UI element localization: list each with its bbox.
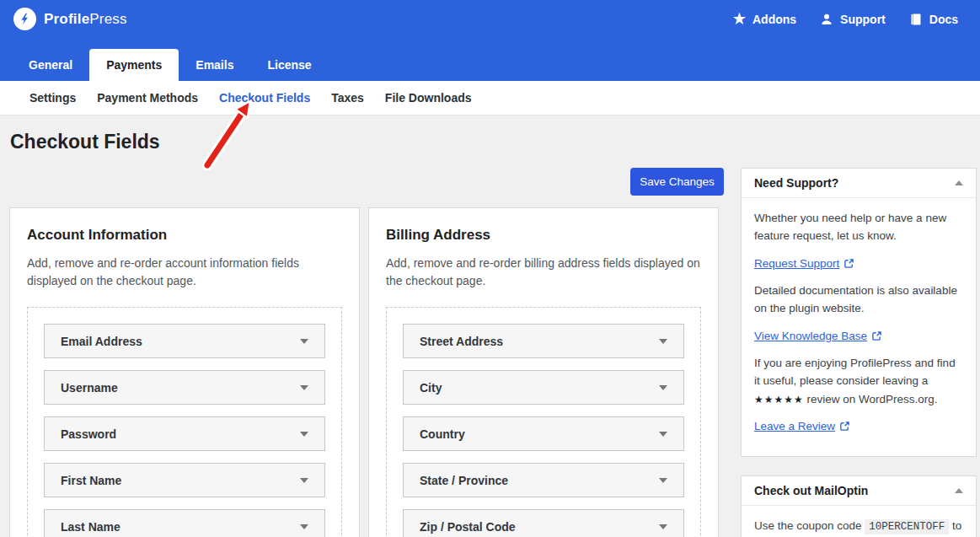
coupon-code: 10PERCENTOFF [865,519,949,534]
billing-card-description: Add, remove and re-order billing address… [386,255,701,290]
main-tabs: General Payments Emails License [0,38,980,81]
field-label: Username [61,381,118,395]
field-label: Street Address [420,335,503,348]
external-link-icon [839,421,850,432]
chevron-down-icon [659,339,667,344]
tab-emails[interactable]: Emails [179,49,250,81]
account-card-description: Add, remove and re-order account informa… [27,255,342,290]
billing-address-card: Billing Address Add, remove and re-order… [368,207,719,537]
field-zip-postal-code[interactable]: Zip / Postal Code [403,509,684,537]
view-knowledge-base-link[interactable]: View Knowledge Base [754,327,882,345]
chevron-down-icon [300,478,308,483]
external-link-icon [843,258,854,269]
field-street-address[interactable]: Street Address [403,324,684,358]
link-label: Leave a Review [754,417,835,435]
right-sidebar: Need Support? Whether you need help or h… [741,168,977,537]
field-label: First Name [61,474,121,487]
brand: ProfilePress [13,8,127,30]
person-icon [820,13,833,26]
star-icon: ★ [733,12,746,26]
support-link[interactable]: Support [820,13,886,26]
docs-label: Docs [929,13,958,26]
review-text-pre: If you are enjoying ProfilePress and fin… [754,357,956,387]
account-fields-list: Email Address Username Password First Na… [27,307,342,537]
request-support-link[interactable]: Request Support [754,255,854,272]
link-label: View Knowledge Base [754,327,867,345]
mailoptin-panel-body: Use the coupon code 10PERCENTOFF to save… [742,506,976,537]
chevron-down-icon [659,478,667,483]
external-link-icon [871,330,882,341]
subnav-settings[interactable]: Settings [29,91,76,105]
addons-label: Addons [752,13,796,26]
chevron-down-icon [300,524,308,529]
field-country[interactable]: Country [403,416,684,451]
collapse-toggle-icon[interactable] [955,180,963,185]
support-label: Support [840,13,886,26]
billing-fields-list: Street Address City Country State / Prov… [386,307,701,537]
top-nav: ★ Addons Support Docs [733,12,958,26]
top-header-bar: ProfilePress ★ Addons Support Docs [0,0,980,38]
field-label: Email Address [61,335,142,348]
chevron-down-icon [659,385,667,390]
brand-light: Press [89,11,126,27]
review-text: If you are enjoying ProfilePress and fin… [754,354,963,408]
coupon-text-pre: Use the coupon code [754,519,865,532]
subnav-taxes[interactable]: Taxes [331,91,364,105]
panel-title: Need Support? [754,176,838,190]
tab-license[interactable]: License [250,49,328,81]
chevron-down-icon [659,432,667,437]
need-support-panel-header[interactable]: Need Support? [742,169,976,198]
mailoptin-panel-header[interactable]: Check out MailOptin [742,476,976,506]
save-changes-button[interactable]: Save Changes [630,168,724,196]
page-title: Checkout Fields [10,131,160,153]
field-label: Zip / Postal Code [420,520,516,534]
collapse-toggle-icon[interactable] [955,488,963,493]
account-information-card: Account Information Add, remove and re-o… [9,207,360,537]
billing-card-title: Billing Address [386,227,701,244]
chevron-down-icon [659,524,667,529]
profilepress-logo-icon [13,8,36,30]
tab-payments[interactable]: Payments [89,49,179,81]
field-state-province[interactable]: State / Province [403,463,684,497]
account-card-title: Account Information [27,227,342,244]
payments-subnav: Settings Payment Methods Checkout Fields… [0,81,980,115]
chevron-down-icon [300,339,308,344]
field-label: Password [61,427,116,441]
content-area: Checkout Fields Save Changes Account Inf… [0,115,980,537]
brand-name: ProfilePress [44,11,127,28]
mailoptin-panel: Check out MailOptin Use the coupon code … [741,475,977,537]
five-stars-icon: ★★★★★ [754,394,804,405]
book-icon [909,13,923,26]
panel-title: Check out MailOptin [754,484,868,497]
support-text-1: Whether you need help or have a new feat… [754,209,963,245]
tab-general[interactable]: General [12,49,89,81]
field-email-address[interactable]: Email Address [44,324,325,358]
leave-a-review-link[interactable]: Leave a Review [754,417,850,435]
field-last-name[interactable]: Last Name [44,509,325,537]
field-city[interactable]: City [403,370,684,405]
field-label: Country [420,427,465,441]
checkout-fields-columns: Account Information Add, remove and re-o… [9,207,719,537]
brand-bold: Profile [44,11,89,27]
field-first-name[interactable]: First Name [44,463,325,497]
field-label: City [420,381,442,395]
link-label: Request Support [754,255,839,272]
need-support-panel-body: Whether you need help or have a new feat… [742,198,976,456]
subnav-payment-methods[interactable]: Payment Methods [97,91,198,105]
subnav-checkout-fields[interactable]: Checkout Fields [219,91,310,105]
chevron-down-icon [300,385,308,390]
chevron-down-icon [300,432,308,437]
addons-link[interactable]: ★ Addons [733,12,796,26]
review-text-post: review on WordPress.org. [804,393,938,405]
coupon-text: Use the coupon code 10PERCENTOFF to save… [754,517,963,537]
field-password[interactable]: Password [44,416,325,451]
need-support-panel: Need Support? Whether you need help or h… [741,168,977,457]
support-text-2: Detailed documentation is also available… [754,282,963,318]
field-label: State / Province [420,474,508,487]
docs-link[interactable]: Docs [909,13,958,26]
subnav-file-downloads[interactable]: File Downloads [385,91,472,105]
field-username[interactable]: Username [44,370,325,405]
field-label: Last Name [61,520,120,534]
